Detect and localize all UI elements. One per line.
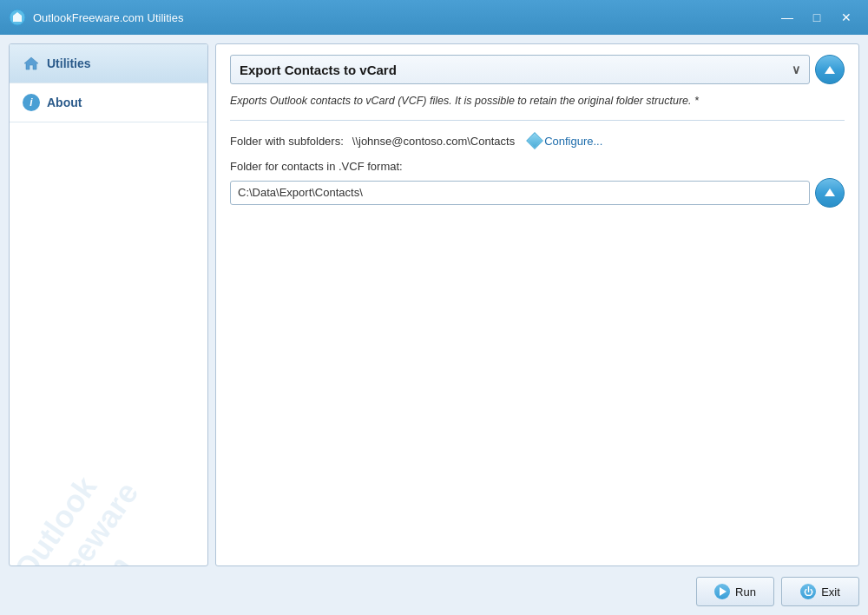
folder-label: Folder with subfolders: (230, 135, 344, 148)
maximize-button[interactable]: □ (804, 9, 830, 26)
upload-button[interactable] (815, 55, 845, 84)
window-body: Utilities i About OutlookFreeware.com Ex… (0, 35, 868, 615)
power-icon: ⏻ (800, 584, 816, 599)
divider (230, 120, 845, 121)
play-icon (714, 584, 730, 599)
subfolder-row: Folder with subfolders: \\johnse@contoso… (230, 133, 845, 149)
browse-button[interactable] (815, 178, 845, 208)
sidebar-watermark: OutlookFreeware.com (9, 353, 208, 566)
window-controls: — □ ✕ (774, 9, 859, 26)
app-icon (9, 9, 26, 26)
exit-button[interactable]: ⏻ Exit (781, 577, 859, 606)
diamond-icon (526, 132, 543, 149)
sidebar: Utilities i About OutlookFreeware.com (9, 43, 208, 566)
run-label: Run (735, 585, 756, 598)
chevron-down-icon: ∨ (792, 63, 800, 76)
titlebar: OutlookFreeware.com Utilities — □ ✕ (0, 0, 868, 35)
vcf-folder-label: Folder for contacts in .VCF format: (230, 160, 845, 173)
home-icon (23, 55, 40, 72)
content-area: Utilities i About OutlookFreeware.com Ex… (9, 43, 859, 566)
description-text: Exports Outlook contacts to vCard (VCF) … (230, 93, 845, 109)
vcf-path-row (230, 178, 845, 208)
close-button[interactable]: ✕ (833, 9, 859, 26)
exit-label: Exit (821, 585, 840, 598)
configure-button[interactable]: Configure... (523, 133, 608, 149)
export-dropdown[interactable]: Export Contacts to vCard ∨ (230, 55, 810, 84)
arrow-up-icon (825, 66, 835, 74)
run-button[interactable]: Run (696, 577, 774, 606)
main-panel: Export Contacts to vCard ∨ Exports Outlo… (215, 43, 859, 566)
folder-value: \\johnse@contoso.com\Contacts (352, 135, 515, 148)
dropdown-row: Export Contacts to vCard ∨ (230, 55, 845, 84)
dropdown-selected-label: Export Contacts to vCard (240, 63, 397, 77)
utilities-label: Utilities (47, 56, 91, 70)
vcf-path-input[interactable] (230, 181, 810, 205)
sidebar-item-utilities[interactable]: Utilities (10, 44, 207, 83)
bottom-bar: Run ⏻ Exit (9, 573, 859, 606)
about-label: About (47, 96, 82, 109)
minimize-button[interactable]: — (774, 9, 800, 26)
sidebar-item-about[interactable]: i About (10, 83, 207, 122)
browse-arrow-icon (825, 188, 835, 196)
configure-label: Configure... (544, 135, 602, 148)
info-icon: i (23, 94, 40, 111)
window-title: OutlookFreeware.com Utilities (33, 11, 767, 24)
